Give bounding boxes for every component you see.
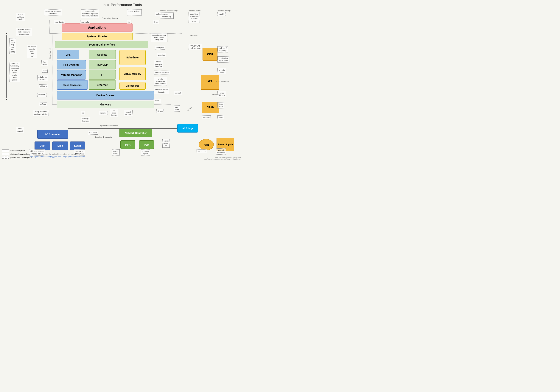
tool-ugc: ugc ucalls <box>80 20 90 24</box>
box-fan: FAN <box>199 139 214 150</box>
diagram: Linux Performance Tools Various, observa… <box>0 0 243 161</box>
tool-perf-tiptop: perf tiptop <box>174 105 180 112</box>
box-syslib: System Libraries <box>62 33 132 40</box>
tool-ip-route: ip route iptables <box>110 109 118 117</box>
box-blockdev: Block Device Int. <box>57 80 88 90</box>
box-virtmem: Virtual Memory <box>120 67 146 80</box>
tool-lsof: lsof pcstat <box>41 60 48 66</box>
box-port1: Port <box>120 140 135 149</box>
tool-sar-fan: sar -m FAN <box>197 149 207 153</box>
box-applications: Applications <box>62 23 132 32</box>
box-syscall: System Call Interface <box>55 41 148 48</box>
cpu-label: CPU <box>206 79 214 83</box>
cpu-interconnect-label: CPU Interconnect <box>215 80 230 82</box>
footer-link2: https://github.com/iovisor/bcc <box>63 156 85 158</box>
os-label: Operating System <box>102 17 118 20</box>
tool-proc-cpuinfo: /proc/cpuinfo cpuid lscpu <box>218 56 230 62</box>
tool-top: top htop ps pidstat <box>154 70 170 74</box>
legend-static-note: these can observe the state of the syste… <box>33 153 84 155</box>
box-clocksource: Clocksource <box>120 82 146 90</box>
box-swap: Swap <box>70 141 85 150</box>
legend-obs-label: observability tools <box>10 150 25 152</box>
tool-multipath: multipath <box>37 93 47 97</box>
box-devdrivers: Device Drivers <box>57 91 154 100</box>
box-ip: IP <box>89 70 116 80</box>
tool-mysqld: mysqld_qslower, ... <box>127 9 142 16</box>
cpu-dram-connector <box>210 90 210 102</box>
tool-opensnoop: opensnoop statsnoop syncsnoop <box>44 9 62 16</box>
legend-perf-label: perf-tools/bcc tracing tools <box>10 156 32 159</box>
footer-website: http://www.brendangregg.com/linuxperf.ht… <box>204 158 241 160</box>
tool-tcptop: tcptop tcplife tcpconnect tcpaccept tcpc… <box>81 9 99 18</box>
tool-hardirqs: hardirqs ttysnoop <box>81 117 90 123</box>
box-filesystems: File Systems <box>57 60 86 70</box>
iobridge-io-connector <box>68 128 177 129</box>
tool-ethtool: ethtool ifconfig <box>112 149 120 155</box>
cpu-num-label: 1 <box>210 83 210 85</box>
tool-cachestat: cachestat dcsnoop filetop fileslower mou… <box>16 28 32 36</box>
box-gpu: GPU <box>202 48 218 61</box>
tool-sys: /sys/... <box>154 99 161 103</box>
tool-biotop: biotop biosnoop biolatency bitesize <box>33 110 49 116</box>
legend-swatch-perf <box>2 156 9 159</box>
legend-swatch-obs <box>2 149 9 152</box>
tool-cpudist: cpudist execsnoop runlat cpudist offcput… <box>151 33 168 42</box>
tool-mdflush: mdflush <box>39 102 47 106</box>
tool-capable: capable <box>218 12 226 16</box>
tool-turbostat: turbostat rdmsr <box>218 68 226 74</box>
tool-tiptop: tiptop perf pcm <box>218 91 226 97</box>
footer-links: https://github.com/brendangregg/perf-too… <box>30 156 85 158</box>
tool-nicstat: nicstat netstat ip <box>162 139 170 148</box>
box-volmgr: Volume Manager <box>57 70 86 80</box>
footer: style inspired by reddit.com/u/redct htt… <box>204 156 241 160</box>
tool-sar-proc: sar /proc dstat dmesg <box>160 12 174 19</box>
box-dram: DRAM <box>202 102 219 113</box>
box-disk1: Disk <box>35 141 50 150</box>
various-tracing-header: Various, tracing: <box>218 10 231 12</box>
box-disk2: Disk <box>52 141 68 150</box>
tool-storcli: storcli MegaCli <box>16 127 24 133</box>
box-vfs: VFS <box>57 50 79 59</box>
box-firmware: Firmware <box>57 101 154 108</box>
hardware-label: Hardware <box>189 35 198 37</box>
box-ethernet: Ethernet <box>89 80 116 90</box>
box-cpu: CPU 1 <box>201 75 219 90</box>
tool-memleak: memleak oomkill slabraetop <box>154 88 169 94</box>
box-scheduler: Scheduler <box>120 50 146 65</box>
tool-ldd: ldd <box>127 20 131 24</box>
tool-numactl: numactl <box>174 91 182 95</box>
tool-pidstat: pidstat -d <box>39 84 48 88</box>
tool-schedtool: schedtool <box>157 53 166 57</box>
tool-intel-gpu-freq: intel_gpu_\ frequency <box>218 46 228 52</box>
tool-latencytop: latencytop <box>155 46 165 50</box>
tool-strace: strace perf trace sysdig <box>16 13 25 21</box>
tool-llcstat: llcstat profile <box>218 102 224 109</box>
tool-numastat: numastat <box>202 115 211 119</box>
footer-link1: https://github.com/brendangregg/perf-too… <box>30 156 62 158</box>
tool-sysctl: sysctl /sys dmesg lshw journalctl lsmod <box>189 12 200 23</box>
kernel-label: Linux Kernel <box>49 49 51 59</box>
tool-appconfig: App Config <box>54 20 65 24</box>
box-sockets: Sockets <box>89 50 116 59</box>
box-port2: Port <box>139 140 154 149</box>
cpu-gpu-connector <box>210 61 210 75</box>
box-tcpudp: TCP/UDP <box>89 60 116 70</box>
box-iobridge: I/O Bridge <box>177 124 198 132</box>
tool-snmpget: snmpget lldptool <box>141 149 150 155</box>
legend-swatch-static <box>2 153 9 155</box>
tool-df: df -h <box>42 69 48 73</box>
tool-vmstat: vmstat slabtop free /proc/meminfo <box>154 77 167 86</box>
tool-tcpdump: tcpdump <box>99 111 108 115</box>
tool-perf-ftrace: perf ftrace stap lttng bcc (BPF) <box>9 38 16 54</box>
page-title: Linux Performance Tools <box>0 1 243 8</box>
tool-mpstat: mpstat powertop /proc/stat <box>154 60 163 68</box>
footer-style-credit: style inspired by reddit.com/u/redct <box>204 156 241 158</box>
io-disk-connector <box>48 139 48 141</box>
tool-lspci: lspci lsusb <box>88 131 98 135</box>
tool-ext4slower: ext4slower ext4dist btrfs* xfs* zfs* <box>27 45 37 58</box>
box-netcontroller: Network Controller <box>120 128 152 137</box>
tool-netstat: netstat iptraf-ng <box>124 110 132 116</box>
tool-ipmitool: ipmitool dmidecode <box>216 148 226 155</box>
tool-ss: ss <box>81 111 85 115</box>
various-obs-header: Various, observability: <box>160 10 178 12</box>
